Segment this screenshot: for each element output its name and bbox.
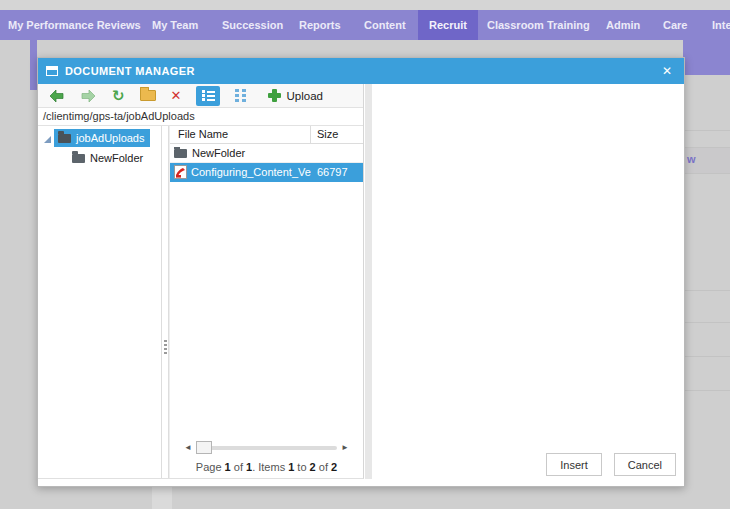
file-manager-widget: ↻ ✕ <box>38 84 364 479</box>
upload-label: Upload <box>286 90 322 102</box>
tree-root-label: jobAdUploads <box>76 132 145 144</box>
delete-icon: ✕ <box>171 88 182 103</box>
background-row-divider <box>683 147 730 148</box>
address-path[interactable]: /clientimg/gps-ta/jobAdUploads <box>38 108 363 126</box>
file-list: File Name Size NewFolder <box>169 126 363 478</box>
nav-item-classroom-training[interactable]: Classroom Training <box>487 10 590 40</box>
pager-text: to <box>294 461 309 473</box>
forward-button[interactable] <box>80 86 97 106</box>
close-icon[interactable]: ✕ <box>662 58 672 84</box>
upload-button[interactable]: Upload <box>268 89 322 102</box>
horizontal-scrollbar[interactable]: ◄ ► <box>184 440 349 458</box>
column-header-file-name[interactable]: File Name <box>170 126 311 143</box>
tree-selected-node[interactable]: jobAdUploads <box>54 129 150 147</box>
insert-button[interactable]: Insert <box>546 453 602 476</box>
file-name-text: Configuring_Content_Vendo <box>191 166 311 178</box>
list-view-button[interactable] <box>196 86 220 106</box>
folder-tree: jobAdUploads NewFolder <box>38 126 161 478</box>
background-row-divider <box>683 290 730 291</box>
nav-item-inte-cutoff[interactable]: Inte <box>712 10 730 40</box>
pager-text: of <box>231 461 246 473</box>
new-folder-icon <box>140 90 156 101</box>
column-header-size[interactable]: Size <box>311 126 338 143</box>
pager-status-text: Page 1 of 1. Items 1 to 2 of 2 <box>170 458 363 478</box>
upload-plus-icon <box>268 89 281 102</box>
refresh-button[interactable]: ↻ <box>112 86 125 106</box>
scrollbar-track[interactable] <box>196 446 337 450</box>
dialog-titlebar[interactable]: DOCUMENT MANAGER ✕ <box>38 58 684 84</box>
background-subbar-fragment <box>683 40 730 75</box>
tree-item-newfolder[interactable]: NewFolder <box>72 149 161 167</box>
cancel-button[interactable]: Cancel <box>614 453 676 476</box>
page-top-strip <box>0 0 730 10</box>
background-row-divider <box>683 390 730 391</box>
nav-item-my-team[interactable]: My Team <box>152 10 198 40</box>
scroll-left-icon[interactable]: ◄ <box>184 443 192 452</box>
file-row-selected-pdf[interactable]: Configuring_Content_Vendo 66797 <box>170 163 363 182</box>
tree-child-label: NewFolder <box>90 152 143 164</box>
splitter-grip-icon <box>164 338 167 356</box>
dialog-body: ↻ ✕ <box>38 84 684 486</box>
scrollbar-thumb[interactable] <box>196 441 212 454</box>
document-manager-dialog: DOCUMENT MANAGER ✕ ↻ ✕ <box>37 57 685 487</box>
folder-icon <box>174 149 187 158</box>
file-name-cell: NewFolder <box>170 147 311 159</box>
nav-item-admin[interactable]: Admin <box>606 10 640 40</box>
file-size-cell: 66797 <box>311 166 348 178</box>
background-row-divider <box>683 322 730 323</box>
file-manager-toolbar: ↻ ✕ <box>38 84 363 108</box>
back-button[interactable] <box>48 86 65 106</box>
dialog-divider-band <box>365 84 372 479</box>
refresh-icon: ↻ <box>112 87 125 105</box>
delete-button[interactable]: ✕ <box>171 86 182 106</box>
pager-text: Page <box>196 461 225 473</box>
top-navigation-bar: My Performance Reviews My Team Successio… <box>0 10 730 40</box>
window-icon <box>46 66 58 76</box>
background-row-divider <box>683 130 730 131</box>
background-partial-link: w <box>687 153 696 165</box>
nav-item-care[interactable]: Care <box>663 10 687 40</box>
file-manager-panes: jobAdUploads NewFolder File Name Size <box>38 126 363 478</box>
forward-arrow-icon <box>80 89 97 103</box>
background-row-divider <box>683 356 730 357</box>
background-panel-sliver <box>30 40 37 90</box>
background-table-fragment: w <box>683 75 730 487</box>
nav-item-reports[interactable]: Reports <box>299 10 341 40</box>
grid-view-icon <box>235 89 247 102</box>
file-name-text: NewFolder <box>192 147 245 159</box>
background-row-divider <box>683 173 730 174</box>
tree-item-jobaduploads[interactable]: jobAdUploads <box>38 129 161 147</box>
pane-splitter[interactable] <box>161 126 169 478</box>
file-name-cell: Configuring_Content_Vendo <box>170 165 311 179</box>
pager-text: of <box>316 461 331 473</box>
tree-expand-icon[interactable] <box>44 136 51 143</box>
list-view-icon <box>202 89 215 102</box>
dialog-title: DOCUMENT MANAGER <box>65 65 195 77</box>
grid-view-button[interactable] <box>229 86 253 106</box>
nav-item-recruit-active[interactable]: Recruit <box>418 10 478 40</box>
pdf-file-icon <box>174 165 187 179</box>
scroll-right-icon[interactable]: ► <box>341 443 349 452</box>
folder-icon <box>58 134 71 143</box>
file-row-newfolder[interactable]: NewFolder <box>170 144 363 163</box>
new-folder-button[interactable] <box>140 86 156 106</box>
back-arrow-icon <box>48 89 65 103</box>
nav-item-succession[interactable]: Succession <box>222 10 283 40</box>
pager-total-items: 2 <box>331 461 337 473</box>
background-column-edge <box>152 487 172 509</box>
pager-text: . Items <box>252 461 288 473</box>
nav-item-my-performance-reviews[interactable]: My Performance Reviews <box>8 10 141 40</box>
file-list-rows: NewFolder Configuring <box>170 144 363 440</box>
folder-icon <box>72 154 85 163</box>
dialog-action-buttons: Insert Cancel <box>534 453 676 476</box>
file-list-header: File Name Size <box>170 126 363 144</box>
nav-item-content[interactable]: Content <box>364 10 406 40</box>
